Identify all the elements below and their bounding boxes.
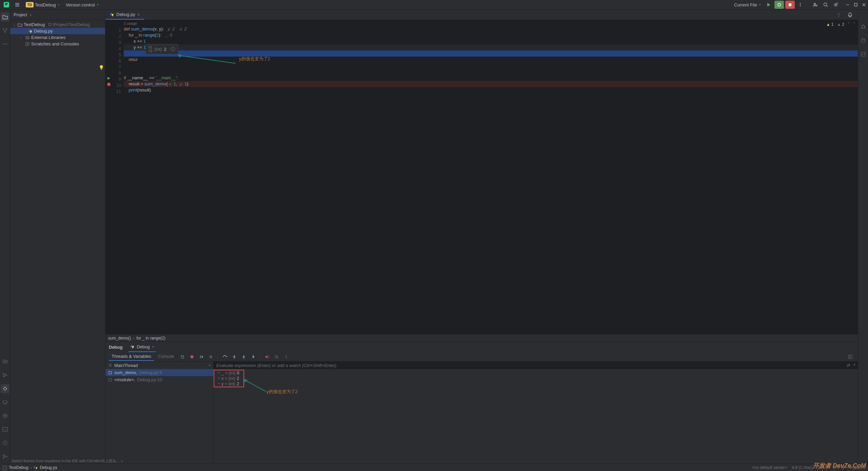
sciview-icon[interactable] — [859, 50, 868, 59]
tab-debug-py[interactable]: Debug.py × — [105, 10, 144, 20]
debug-tool-icon[interactable] — [1, 384, 9, 393]
annotation-text: y的值也变为了2 — [239, 56, 270, 62]
variable-row[interactable]: ⁰¹_ = {int} 0 — [214, 370, 858, 376]
breadcrumb[interactable]: sum_demo() › for _ in range(2) — [105, 334, 858, 342]
binary-icon: ⁰¹ — [218, 371, 220, 375]
step-into-my-icon[interactable] — [240, 353, 248, 360]
library-icon — [25, 35, 30, 40]
close-icon[interactable]: × — [137, 12, 140, 17]
resume-icon[interactable] — [197, 353, 205, 360]
close-icon[interactable] — [862, 3, 866, 7]
variable-row[interactable]: ⁰¹x = {int} 2 — [214, 376, 858, 381]
code-editor[interactable]: 💡 1234567891011 1 usage def — [105, 20, 858, 334]
svg-rect-49 — [109, 378, 112, 381]
structure-icon[interactable] — [1, 26, 9, 35]
more-icon[interactable] — [835, 11, 843, 19]
layout-settings-icon[interactable] — [846, 353, 854, 360]
terminal-icon[interactable] — [1, 425, 9, 434]
notifications-icon[interactable] — [846, 11, 854, 19]
svg-point-3 — [800, 3, 801, 4]
svg-point-5 — [800, 6, 801, 6]
tree-root[interactable]: ⌄ TestDebug D:\Project\TestDebug — [10, 21, 105, 28]
history-icon[interactable]: ⟳ — [846, 363, 850, 368]
step-into-icon[interactable] — [230, 353, 238, 360]
tree-ext-libs[interactable]: › External Libraries — [10, 34, 105, 41]
chevron-down-icon: ▾ — [209, 364, 211, 367]
variable-row[interactable]: ⁰¹y = {int} 2 — [214, 381, 858, 387]
frame-row[interactable]: sum_demo, Debug.py:5 — [105, 369, 213, 376]
stop-button[interactable] — [785, 1, 795, 9]
run-tool-icon[interactable] — [1, 371, 9, 380]
notifications-icon[interactable] — [859, 23, 868, 32]
frame-row[interactable]: <module>, Debug.py:10 — [105, 376, 213, 383]
project-panel-header[interactable]: Project ▾ — [10, 10, 105, 20]
folder-icon[interactable] — [1, 13, 9, 21]
debug-toolbar: Threads & Variables Console — [105, 352, 858, 362]
chevron-down-icon[interactable]: ˅ — [853, 22, 855, 27]
sb-indent[interactable]: 4 spaces — [849, 465, 865, 470]
python-file-icon — [34, 466, 38, 470]
svg-point-23 — [3, 457, 4, 458]
step-over-icon[interactable] — [221, 353, 229, 360]
intention-bulb-icon[interactable]: 💡 — [99, 65, 104, 71]
close-icon[interactable]: × — [121, 459, 123, 463]
chevron-up-icon[interactable]: ˄ — [848, 22, 850, 27]
tree-scratches[interactable]: Scratches and Consoles — [10, 41, 105, 47]
vcs-widget[interactable]: Version control ▾ — [64, 1, 101, 9]
tree-file-debug[interactable]: Debug.py — [10, 28, 105, 34]
minimize-icon[interactable] — [846, 3, 850, 7]
close-icon[interactable]: × — [152, 344, 155, 349]
chevron-down-icon: ▾ — [58, 3, 60, 6]
services-icon[interactable] — [1, 398, 9, 407]
view-breakpoints-icon[interactable] — [263, 353, 271, 360]
usage-hint[interactable]: 1 usage — [124, 21, 137, 25]
more-icon[interactable] — [282, 353, 290, 360]
stop-icon[interactable] — [188, 353, 196, 360]
svg-point-45 — [285, 356, 286, 357]
problems-icon[interactable] — [1, 438, 9, 447]
binary-icon: 0110 — [149, 45, 152, 53]
run-gutter-icon[interactable] — [107, 76, 111, 82]
vcs-icon[interactable] — [1, 452, 9, 461]
run-button[interactable] — [764, 1, 773, 8]
sb-project[interactable]: TestDebug — [9, 465, 28, 470]
debug-value-popup[interactable]: 0110 {int} 2 — [145, 44, 178, 54]
more-icon[interactable] — [796, 1, 804, 8]
maximize-icon[interactable] — [854, 3, 858, 7]
tab-threads-variables[interactable]: Threads & Variables — [109, 352, 154, 361]
sb-line-sep[interactable]: CRLF — [817, 465, 828, 470]
sb-encoding[interactable]: UTF-8 — [833, 465, 844, 470]
tab-console[interactable]: Console — [155, 352, 177, 361]
sb-position[interactable]: 4:9 (1 char) — [792, 465, 812, 470]
debug-button[interactable] — [774, 1, 784, 9]
debug-session-tab[interactable]: Debug × — [129, 342, 156, 352]
project-selector[interactable]: TD TestDebug ▾ — [24, 1, 62, 9]
svg-point-32 — [107, 83, 111, 86]
python-packages-icon[interactable] — [1, 411, 9, 420]
run-config-selector[interactable]: Current File ▾ — [732, 1, 763, 9]
app-logo[interactable] — [2, 1, 11, 9]
weak-warning-icon: ▲ — [837, 22, 841, 27]
python-console-icon[interactable] — [1, 357, 9, 366]
scratches-icon — [25, 42, 30, 46]
more-tools-icon[interactable] — [1, 40, 9, 48]
project-sidebar: Project ▾ ⌄ TestDebug D:\Project\TestDeb… — [10, 10, 105, 464]
database-icon[interactable] — [859, 36, 868, 45]
sb-server[interactable]: <no default server> — [752, 465, 787, 470]
chevron-down-icon[interactable]: ▾ — [853, 363, 855, 368]
thread-selector[interactable]: MainThread ▾ — [105, 362, 213, 369]
rerun-icon[interactable] — [178, 353, 186, 360]
code-with-me-icon[interactable] — [811, 1, 820, 9]
editor-inspections[interactable]: ▲1 ▲2 ˄ ˅ — [826, 22, 855, 27]
svg-rect-26 — [27, 36, 28, 39]
mute-breakpoints-icon[interactable] — [273, 353, 281, 360]
pause-icon[interactable] — [207, 353, 215, 360]
evaluate-expression-input[interactable]: Evaluate expression (Enter) or add a wat… — [214, 362, 858, 369]
settings-icon[interactable] — [831, 1, 840, 9]
step-out-icon[interactable] — [249, 353, 257, 360]
breakpoint-icon[interactable] — [107, 82, 111, 88]
sb-file[interactable]: Debug.py — [40, 465, 57, 470]
info-icon[interactable] — [171, 47, 175, 52]
search-icon[interactable] — [821, 1, 830, 9]
main-menu-icon[interactable] — [13, 1, 22, 9]
